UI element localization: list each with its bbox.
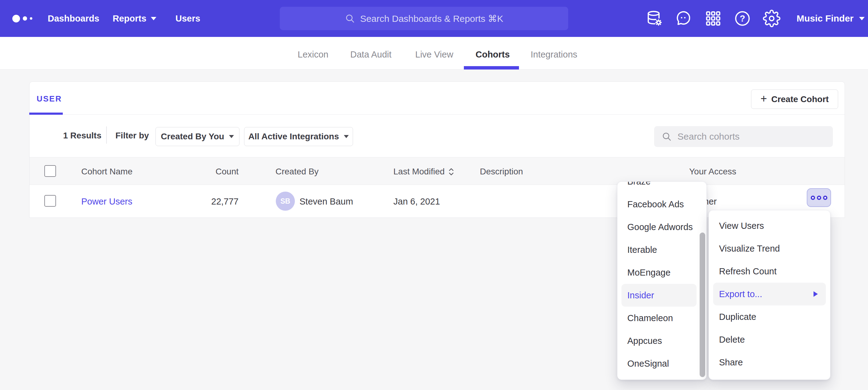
menu-item-delete[interactable]: Delete — [709, 328, 830, 351]
cohort-search-container — [654, 126, 833, 147]
submenu-item-braze[interactable]: Braze — [617, 182, 706, 193]
cohort-search-input[interactable] — [678, 131, 826, 142]
submenu-item-moengage[interactable]: MoEngage — [617, 261, 706, 284]
active-tab-underline — [464, 66, 519, 69]
menu-item-duplicate[interactable]: Duplicate — [709, 305, 830, 328]
settings-gear-icon[interactable] — [763, 9, 781, 27]
tab-user-cohorts[interactable]: USER — [37, 94, 62, 104]
menu-item-refresh-count[interactable]: Refresh Count — [709, 260, 830, 283]
ellipsis-dot-icon — [823, 196, 827, 200]
row-actions-button[interactable] — [807, 188, 831, 207]
submenu-item-chameleon[interactable]: Chameleon — [617, 307, 706, 329]
chevron-down-icon — [151, 17, 156, 20]
nav-item-reports[interactable]: Reports — [113, 0, 156, 37]
integrations-filter-label: All Active Integrations — [248, 132, 339, 141]
ellipsis-dot-icon — [817, 196, 821, 200]
search-icon — [661, 131, 672, 142]
ellipsis-dot-icon — [811, 196, 815, 200]
column-header-cohort-name: Cohort Name — [81, 167, 133, 176]
menu-item-visualize-trend[interactable]: Visualize Trend — [709, 237, 830, 260]
tab-lexicon[interactable]: Lexicon — [298, 50, 329, 60]
tab-cohorts[interactable]: Cohorts — [475, 50, 510, 60]
created-by-filter-dropdown[interactable]: Created By You — [155, 127, 240, 146]
chevron-down-icon — [229, 135, 234, 138]
sort-icon[interactable] — [448, 168, 455, 176]
apps-grid-icon[interactable] — [704, 9, 722, 27]
top-navigation-bar: Dashboards Reports Users Search Dashboar… — [0, 0, 868, 37]
tab-data-audit[interactable]: Data Audit — [350, 50, 392, 60]
nav-label: Users — [176, 13, 200, 24]
select-all-checkbox[interactable] — [44, 165, 56, 177]
user-tab-underline — [29, 112, 63, 115]
row-context-menu-list: View Users Visualize Trend Refresh Count… — [709, 210, 830, 374]
project-name: Music Finder — [797, 13, 854, 24]
submenu-item-iterable[interactable]: Iterable — [617, 238, 706, 261]
export-destinations-list: Braze Facebook Ads Google Adwords Iterab… — [617, 182, 706, 375]
column-header-created-by: Created By — [276, 167, 318, 176]
section-tab-bar: Lexicon Data Audit Live View Cohorts Int… — [0, 37, 868, 69]
chevron-down-icon — [859, 17, 865, 20]
column-header-description: Description — [480, 167, 523, 176]
menu-item-share[interactable]: Share — [709, 351, 830, 374]
data-management-icon[interactable] — [646, 9, 663, 27]
avatar-initials: SB — [280, 197, 290, 205]
last-modified-value: Jan 6, 2021 — [393, 197, 440, 207]
toolbar-divider — [106, 126, 107, 143]
row-checkbox[interactable] — [44, 195, 56, 207]
submenu-arrow-icon — [813, 291, 818, 297]
submenu-item-facebook-ads[interactable]: Facebook Ads — [617, 193, 706, 216]
column-header-count: Count — [183, 167, 239, 176]
row-context-menu: View Users Visualize Trend Refresh Count… — [709, 210, 831, 380]
help-icon[interactable]: ? — [734, 9, 751, 27]
cohorts-panel: USER + Create Cohort 1 Results Filter by… — [29, 82, 845, 218]
cohort-name-link[interactable]: Power Users — [81, 197, 132, 207]
integrations-filter-dropdown[interactable]: All Active Integrations — [244, 127, 353, 146]
export-to-label: Export to... — [719, 289, 762, 299]
submenu-item-onesignal[interactable]: OneSignal — [617, 352, 706, 375]
cohorts-toolbar: 1 Results Filter by Created By You All A… — [30, 115, 845, 157]
avatar: SB — [276, 192, 295, 211]
filter-by-label: Filter by — [116, 131, 149, 140]
tab-live-view[interactable]: Live View — [415, 50, 454, 60]
tab-integrations[interactable]: Integrations — [531, 50, 578, 60]
submenu-scrollbar-thumb[interactable] — [700, 232, 705, 377]
nav-label: Dashboards — [48, 13, 99, 24]
panel-header: USER + Create Cohort — [30, 82, 845, 115]
column-header-your-access: Your Access — [689, 167, 736, 176]
create-cohort-label: Create Cohort — [771, 94, 829, 104]
feedback-icon[interactable] — [675, 9, 692, 27]
last-modified-label: Last Modified — [393, 167, 445, 176]
created-by-filter-label: Created By You — [161, 132, 224, 141]
nav-label: Reports — [113, 13, 147, 24]
submenu-item-insider[interactable]: Insider — [621, 284, 696, 307]
results-count: 1 Results — [63, 131, 101, 140]
chevron-down-icon — [344, 135, 349, 138]
column-header-last-modified[interactable]: Last Modified — [393, 167, 455, 176]
cohort-count: 22,777 — [183, 197, 239, 207]
table-header-row: Cohort Name Count Created By Last Modifi… — [30, 157, 845, 185]
created-by-value: Steven Baum — [300, 197, 353, 207]
nav-item-dashboards[interactable]: Dashboards — [48, 0, 99, 37]
menu-item-view-users[interactable]: View Users — [709, 215, 830, 237]
app-screen: Dashboards Reports Users Search Dashboar… — [0, 0, 868, 390]
global-search-placeholder: Search Dashboards & Reports ⌘K — [360, 13, 503, 24]
svg-text:?: ? — [740, 13, 745, 23]
project-switcher[interactable]: Music Finder — [797, 0, 865, 37]
nav-item-users[interactable]: Users — [176, 0, 200, 37]
submenu-item-appcues[interactable]: Appcues — [617, 329, 706, 352]
submenu-item-google-adwords[interactable]: Google Adwords — [617, 216, 706, 238]
global-search-input[interactable]: Search Dashboards & Reports ⌘K — [280, 7, 568, 30]
export-destinations-submenu: Braze Facebook Ads Google Adwords Iterab… — [617, 182, 707, 380]
search-icon — [345, 13, 355, 24]
menu-item-export-to[interactable]: Export to... — [713, 283, 826, 305]
create-cohort-button[interactable]: + Create Cohort — [751, 90, 838, 109]
mixpanel-logo-icon[interactable] — [12, 0, 32, 37]
plus-icon: + — [761, 93, 767, 104]
